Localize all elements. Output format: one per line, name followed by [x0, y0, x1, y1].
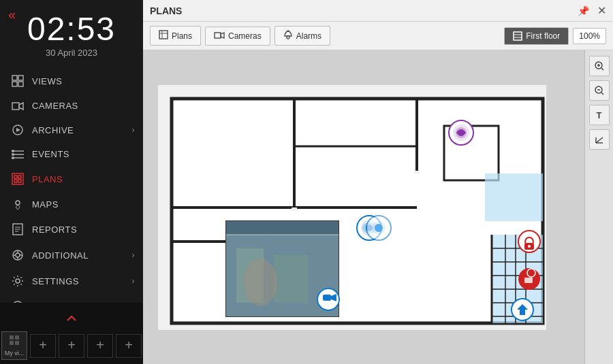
- sidebar-item-label-archive: ARCHIVE: [32, 125, 74, 135]
- sidebar-bottom: My vi... + + + +: [0, 303, 143, 364]
- svg-rect-31: [15, 335, 19, 340]
- sidebar-item-settings[interactable]: SETTINGS ›: [0, 268, 143, 294]
- additional-arrow: ›: [132, 250, 136, 260]
- svg-line-98: [601, 68, 603, 70]
- add-cell-icon-1: +: [39, 337, 47, 353]
- sidebar-item-label-reports: REPORTS: [32, 225, 77, 235]
- svg-line-104: [596, 137, 603, 143]
- main-toolbar: Plans Cameras Alarms First floor 100%: [143, 22, 613, 50]
- add-cell-icon-4: +: [125, 337, 133, 353]
- titlebar: PLANS 📌 ✕: [143, 0, 613, 22]
- cell-add-4[interactable]: +: [116, 334, 142, 358]
- sidebar-header: « 02:53 30 April 2023: [0, 0, 143, 68]
- plans-tab-label: Plans: [172, 31, 192, 41]
- archive-arrow: ›: [132, 125, 136, 135]
- maps-icon: [10, 199, 25, 210]
- svg-marker-5: [16, 128, 20, 132]
- sidebar-item-label-events: EVENTS: [32, 149, 69, 159]
- cell-add-3[interactable]: +: [87, 334, 113, 358]
- clock-display: 02:53: [10, 10, 133, 48]
- sidebar-nav: VIEWS CAMERAS ARCHIVE ›: [0, 68, 143, 303]
- sidebar-item-label-settings: SETTINGS: [32, 276, 79, 286]
- plan-area[interactable]: [143, 50, 584, 364]
- svg-rect-33: [15, 341, 19, 345]
- sidebar-item-exit[interactable]: EXIT ›: [0, 294, 143, 303]
- right-tools-panel: T: [584, 50, 613, 364]
- plans-tab-icon: [159, 30, 168, 42]
- alarms-tab-icon: [283, 30, 293, 42]
- svg-rect-3: [18, 82, 23, 86]
- date-display: 30 April 2023: [10, 48, 133, 58]
- sidebar-item-views[interactable]: VIEWS: [0, 68, 143, 94]
- svg-rect-32: [10, 341, 14, 345]
- svg-rect-13: [14, 176, 17, 178]
- exit-icon: [10, 301, 25, 303]
- svg-rect-30: [10, 335, 14, 340]
- text-tool-button[interactable]: T: [589, 105, 610, 125]
- cell-myview[interactable]: My vi...: [1, 331, 27, 360]
- svg-rect-1: [18, 76, 23, 80]
- cell-add-2[interactable]: +: [59, 334, 84, 358]
- svg-point-9: [12, 150, 14, 152]
- svg-point-92: [527, 269, 535, 277]
- add-cell-icon-3: +: [96, 337, 104, 353]
- angle-tool-button[interactable]: [589, 129, 610, 150]
- plan-container: T: [143, 50, 613, 364]
- svg-point-28: [16, 279, 20, 283]
- svg-point-17: [16, 201, 20, 205]
- cell-add-1[interactable]: +: [30, 334, 56, 358]
- svg-rect-91: [524, 278, 533, 283]
- svg-rect-85: [323, 295, 331, 301]
- sidebar-item-label-exit: EXIT: [32, 301, 53, 303]
- svg-rect-72: [414, 171, 420, 173]
- floor-label: First floor: [526, 31, 560, 41]
- settings-arrow: ›: [132, 276, 136, 286]
- plans-icon: [10, 173, 25, 185]
- plans-tab-button[interactable]: Plans: [150, 26, 201, 46]
- svg-rect-34: [159, 31, 168, 39]
- floor-plan[interactable]: [158, 85, 546, 330]
- floor-selector-button[interactable]: First floor: [504, 27, 569, 45]
- svg-point-89: [528, 245, 531, 248]
- sidebar-item-additional[interactable]: ADDITIONAL ›: [0, 242, 143, 268]
- page-title: PLANS: [150, 5, 578, 16]
- svg-rect-14: [18, 176, 21, 178]
- exit-arrow: ›: [132, 301, 136, 303]
- sidebar-item-maps[interactable]: MAPS: [0, 192, 143, 216]
- alarms-tab-button[interactable]: Alarms: [274, 26, 330, 46]
- cell-grid-icon: [9, 335, 20, 348]
- back-button[interactable]: «: [8, 7, 16, 22]
- additional-icon: [10, 249, 25, 261]
- svg-rect-67: [274, 255, 308, 303]
- sidebar-item-label-views: VIEWS: [32, 76, 62, 86]
- svg-rect-15: [14, 180, 17, 182]
- zoom-in-button[interactable]: [589, 56, 610, 76]
- cameras-icon: [10, 101, 25, 111]
- svg-marker-50: [485, 173, 543, 221]
- svg-rect-41: [514, 32, 522, 40]
- svg-rect-37: [215, 33, 221, 38]
- sidebar-item-cameras[interactable]: CAMERAS: [0, 94, 143, 118]
- sidebar-item-archive[interactable]: ARCHIVE ›: [0, 118, 143, 142]
- zoom-out-button[interactable]: [589, 80, 610, 101]
- alarms-tab-label: Alarms: [296, 31, 321, 41]
- svg-point-68: [243, 259, 277, 306]
- svg-line-101: [601, 93, 603, 95]
- sidebar-item-plans[interactable]: PLANS: [0, 166, 143, 192]
- cell-myview-label: My vi...: [5, 350, 25, 357]
- close-button[interactable]: ✕: [597, 4, 606, 17]
- svg-rect-16: [18, 180, 21, 182]
- expand-button[interactable]: [0, 308, 143, 327]
- sidebar-item-reports[interactable]: REPORTS: [0, 216, 143, 242]
- cameras-tab-label: Cameras: [228, 31, 262, 41]
- cameras-tab-button[interactable]: Cameras: [205, 27, 270, 46]
- pin-button[interactable]: 📌: [578, 5, 589, 16]
- svg-point-76: [458, 130, 464, 135]
- sidebar-item-label-plans: PLANS: [32, 174, 63, 184]
- sidebar-item-events[interactable]: EVENTS: [0, 142, 143, 166]
- svg-point-29: [13, 301, 22, 303]
- svg-rect-0: [12, 76, 17, 80]
- settings-icon: [10, 275, 25, 287]
- sidebar-item-label-maps: MAPS: [32, 199, 59, 210]
- svg-point-23: [16, 253, 20, 257]
